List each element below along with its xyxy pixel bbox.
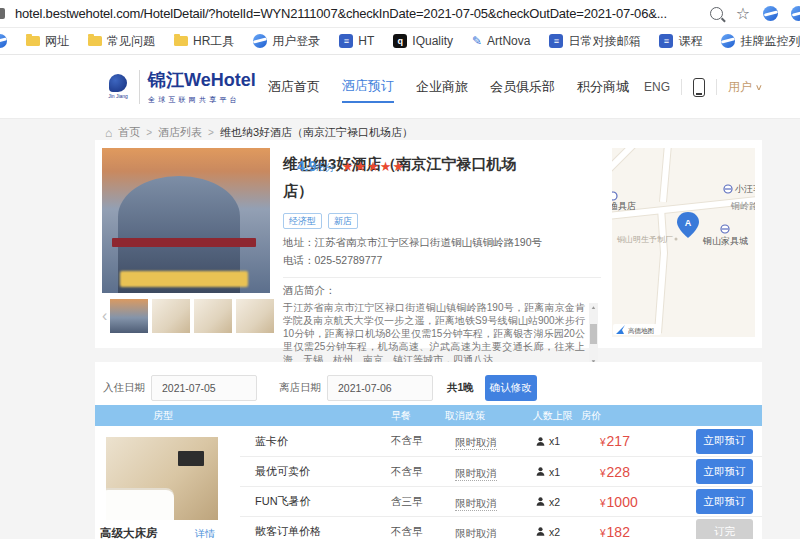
info-divider: [283, 277, 601, 278]
bookmark-label: IQuality: [412, 34, 453, 48]
checkout-label: 离店日期: [279, 381, 321, 395]
url-text[interactable]: hotel.bestwehotel.com/HotelDetail/?hotel…: [15, 6, 667, 21]
folder-icon: [88, 36, 102, 46]
map-panel[interactable]: 小汪车站 渔具店 铜岭路 铜山家具城 铜山明生予制厂 A 高德地图: [612, 148, 755, 337]
photo-thumbnail[interactable]: [110, 299, 148, 333]
checkout-input[interactable]: [327, 375, 433, 401]
home-icon[interactable]: ⌂: [105, 127, 112, 139]
rate-price: ¥1000: [575, 494, 675, 510]
rate-price: ¥182: [575, 524, 675, 539]
rate-cancel-policy[interactable]: 限时取消: [455, 497, 497, 511]
rate-row: 蓝卡价 不含早 限时取消 x1 ¥217 立即预订: [240, 426, 762, 456]
chevron-down-icon: ∨: [755, 83, 763, 92]
breadcrumb-current: 维也纳3好酒店（南京江宁禄口机场店）: [220, 125, 413, 140]
rate-cancel-policy[interactable]: 限时取消: [455, 527, 497, 539]
bookmark-item[interactable]: 用户登录: [253, 33, 320, 50]
sold-out-button: 订完: [696, 519, 753, 539]
nav-hotel-booking[interactable]: 酒店预订: [342, 71, 394, 103]
bookmark-item[interactable]: HT: [339, 34, 374, 48]
mobile-app-icon[interactable]: [693, 78, 705, 97]
breadcrumb: ⌂ 首页 > 酒店列表 > 维也纳3好酒店（南京江宁禄口机场店）: [105, 125, 413, 140]
room-detail-link[interactable]: 详情: [195, 527, 215, 539]
bookmark-item[interactable]: 挂牌监控列表: [721, 33, 800, 50]
rate-occupancy: x2: [549, 496, 560, 508]
app-icon: [659, 34, 673, 48]
rate-rows: 蓝卡价 不含早 限时取消 x1 ¥217 立即预订 最优可卖价 不含早 限时取消: [240, 426, 762, 539]
person-icon: [535, 496, 546, 507]
rate-breakfast: 不含早: [385, 525, 440, 539]
nav-member-club[interactable]: 会员俱乐部: [490, 72, 555, 102]
scroll-up-icon[interactable]: ▲: [591, 305, 597, 310]
book-now-button[interactable]: 立即预订: [696, 429, 753, 454]
extension-icon[interactable]: [763, 6, 778, 21]
room-photo[interactable]: [106, 437, 218, 520]
logo-title: 锦江WeHotel: [148, 68, 256, 92]
yen-symbol: ¥: [600, 498, 606, 509]
bookmark-star-icon[interactable]: ☆: [736, 6, 750, 22]
bookmark-item[interactable]: ArtNova: [472, 34, 530, 48]
star-half-icon: ★★: [392, 160, 405, 173]
rate-breakfast: 含三早: [385, 495, 440, 509]
scrollbar-thumb[interactable]: [590, 324, 597, 344]
nav-hotel-home[interactable]: 酒店首页: [268, 72, 320, 102]
hotel-intro-text: 于江苏省南京市江宁区禄口街道铜山镇铜岭路190号，距离南京金肯学院及南京航天大学…: [283, 301, 585, 366]
bookmark-item[interactable]: IQuality: [393, 34, 453, 48]
main-nav: 酒店首页 酒店预订 企业商旅 会员俱乐部 积分商城: [268, 55, 629, 119]
confirm-modify-button[interactable]: 确认修改: [485, 375, 537, 401]
col-price: 房价: [575, 409, 675, 423]
hotel-main-photo[interactable]: [102, 148, 270, 293]
bookmark-item[interactable]: 网址: [26, 33, 69, 50]
bookmark-item[interactable]: 日常对接邮箱: [549, 33, 640, 50]
address-label: 地址：: [283, 236, 315, 248]
folder-icon: [26, 36, 40, 46]
jinjiang-logo-mark: Jin Jiang: [105, 74, 131, 99]
hotel-intro-label: 酒店简介：: [283, 284, 601, 298]
language-switch[interactable]: ENG: [644, 80, 670, 94]
bookmark-item[interactable]: 课程: [659, 33, 702, 50]
address-value: 江苏省南京市江宁区禄口街道铜山镇铜岭路190号: [315, 236, 543, 248]
bookmarks-bar: 网址 常见问题 HR工具 用户登录 HT IQuality ArtNova 日常…: [0, 28, 800, 55]
book-now-button[interactable]: 立即预订: [696, 489, 753, 514]
bookmark-item[interactable]: HR工具: [174, 33, 234, 50]
rating-suffix: /5分: [316, 161, 334, 175]
site-header: Jin Jiang 锦江WeHotel 全球互联网共享平台 酒店首页 酒店预订 …: [0, 55, 800, 119]
photo-thumbnail[interactable]: [194, 299, 232, 333]
zoom-magnifier-icon[interactable]: [710, 7, 723, 20]
photo-thumbnails: ‹: [102, 299, 278, 333]
rate-cancel-policy[interactable]: 限时取消: [455, 467, 497, 481]
bookmark-label: 课程: [678, 33, 702, 50]
person-icon: [535, 466, 546, 477]
price-value: 1000: [607, 494, 638, 510]
bookmark-label: HR工具: [193, 33, 234, 50]
col-room-type: 房型: [95, 409, 385, 423]
photo-thumbnail[interactable]: [152, 299, 190, 333]
hotel-rating: 4.9 /5分 ★★★★★★: [297, 158, 405, 175]
map-shop-label: 渔具店: [612, 201, 636, 211]
browser-address-bar[interactable]: hotel.bestwehotel.com/HotelDetail/?hotel…: [0, 0, 800, 28]
rate-table-header: 房型 早餐 取消政策 人数上限 房价: [95, 405, 762, 426]
jinjiang-logo[interactable]: Jin Jiang 锦江WeHotel 全球互联网共享平台: [105, 68, 256, 105]
photo-thumbnail[interactable]: [236, 299, 274, 333]
rate-cancel-policy[interactable]: 限时取消: [455, 436, 497, 450]
rate-row: 散客订单价格 不含早 限时取消 x2 ¥182 订完: [240, 516, 762, 539]
bookmark-item[interactable]: 常见问题: [88, 33, 155, 50]
lock-icon[interactable]: [0, 8, 5, 19]
breadcrumb-hotel-list[interactable]: 酒店列表: [158, 125, 202, 140]
breadcrumb-home[interactable]: 首页: [118, 125, 140, 140]
yen-symbol: ¥: [600, 437, 606, 448]
checkin-input[interactable]: [151, 375, 257, 401]
nav-points-mall[interactable]: 积分商城: [577, 72, 629, 102]
intro-scrollbar[interactable]: ▲ ▼: [589, 303, 598, 365]
globe-icon: [721, 34, 735, 48]
map-road-label: 铜岭路: [730, 201, 755, 211]
bookmark-label: 挂牌监控列表: [740, 33, 800, 50]
extension-icon-clipped[interactable]: [791, 6, 800, 21]
bookmark-clipped-icon[interactable]: [0, 34, 7, 48]
thumbnails-prev-icon[interactable]: ‹: [102, 308, 110, 324]
rate-name: 最优可卖价: [240, 464, 385, 479]
nav-corporate-travel[interactable]: 企业商旅: [416, 72, 468, 102]
breadcrumb-separator: >: [146, 127, 152, 138]
user-menu[interactable]: 用户 ∨: [728, 79, 762, 96]
book-now-button[interactable]: 立即预订: [696, 459, 753, 484]
iquality-icon: [393, 34, 407, 48]
